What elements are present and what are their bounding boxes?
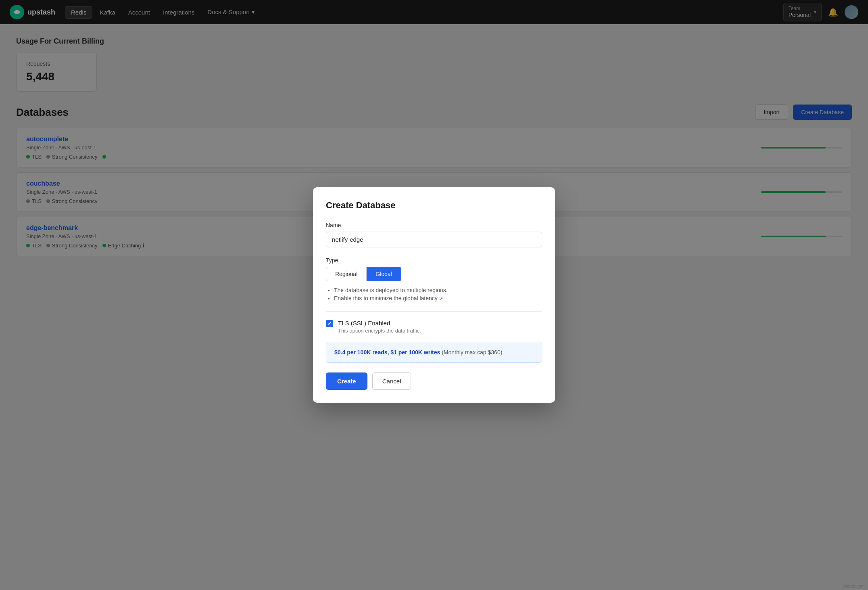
tls-desc: This option encrypts the data traffic. xyxy=(338,328,421,334)
modal-create-button[interactable]: Create xyxy=(326,372,367,390)
external-link[interactable]: ↗ xyxy=(439,295,443,301)
name-field-group: Name xyxy=(326,222,542,247)
type-info: The database is deployed to multiple reg… xyxy=(326,287,542,301)
pricing-box: $0.4 per 100K reads, $1 per 100K writes … xyxy=(326,342,542,363)
pricing-main: $0.4 per 100K reads, $1 per 100K writes xyxy=(334,349,440,356)
modal-cancel-button[interactable]: Cancel xyxy=(372,372,411,390)
modal-overlay[interactable]: Create Database Name Type Regional Globa… xyxy=(0,0,868,590)
tls-checkbox-row: ✓ TLS (SSL) Enabled This option encrypts… xyxy=(326,320,542,334)
type-global-button[interactable]: Global xyxy=(367,267,401,281)
type-selector: Regional Global xyxy=(326,267,542,281)
name-label: Name xyxy=(326,222,542,228)
tls-checkbox[interactable]: ✓ xyxy=(326,320,333,327)
type-info-line1: The database is deployed to multiple reg… xyxy=(334,287,542,293)
pricing-text: $0.4 per 100K reads, $1 per 100K writes … xyxy=(334,349,502,356)
pricing-cap: (Monthly max cap $360) xyxy=(442,349,502,356)
divider xyxy=(326,311,542,312)
type-field-group: Type Regional Global The database is dep… xyxy=(326,257,542,301)
name-input[interactable] xyxy=(326,232,542,247)
type-regional-button[interactable]: Regional xyxy=(326,267,367,281)
checkmark-icon: ✓ xyxy=(328,321,332,326)
tls-title: TLS (SSL) Enabled xyxy=(338,320,421,326)
modal-title: Create Database xyxy=(326,200,542,211)
modal-actions: Create Cancel xyxy=(326,372,542,390)
type-label: Type xyxy=(326,257,542,264)
type-info-line2: Enable this to minimize the global laten… xyxy=(334,295,542,301)
create-database-modal: Create Database Name Type Regional Globa… xyxy=(313,187,555,403)
external-link-icon: ↗ xyxy=(439,296,443,301)
tls-label-group: TLS (SSL) Enabled This option encrypts t… xyxy=(338,320,421,334)
